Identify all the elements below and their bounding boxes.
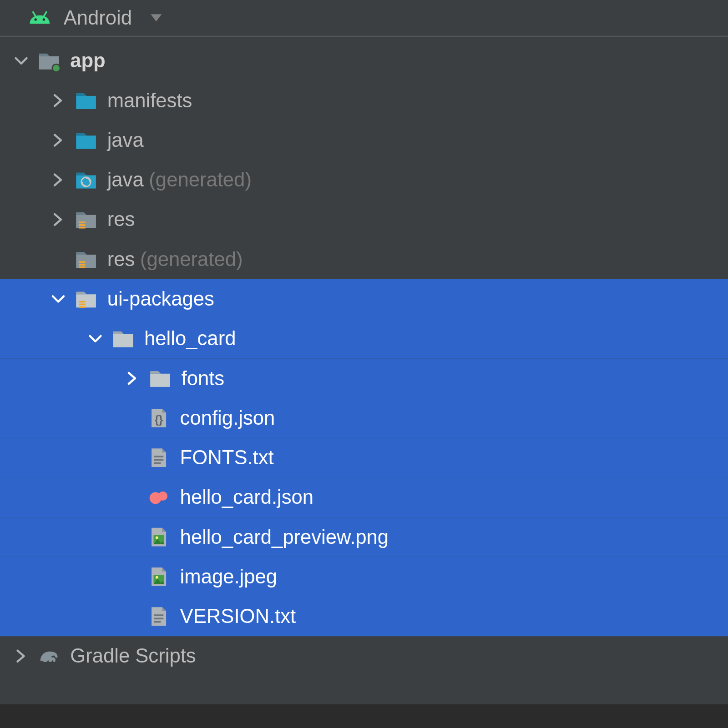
tree-node-label: hello_card: [144, 327, 236, 350]
tree-node-ui-packages[interactable]: ui-packages: [0, 279, 728, 319]
tree-node-hint: (generated): [140, 248, 243, 270]
tree-node-hello-card-json[interactable]: hello_card.json: [0, 477, 728, 517]
resource-folder-icon: [73, 286, 99, 312]
tree-node-label: res: [107, 208, 135, 231]
tree-node-label: res: [107, 248, 135, 270]
tree-node-fonts[interactable]: fonts: [0, 358, 728, 398]
tree-node-hello-card-preview[interactable]: hello_card_preview.png: [0, 517, 728, 557]
text-file-icon: [146, 603, 172, 630]
chevron-right-icon[interactable]: [49, 171, 68, 189]
tree-node-label: ui-packages: [107, 288, 214, 310]
chevron-right-icon[interactable]: [49, 131, 68, 150]
relay-json-icon: [146, 484, 172, 511]
project-tool-window: Android app manifests java java: [0, 0, 728, 704]
tree-node-label: image.jpeg: [180, 566, 277, 588]
dropdown-icon[interactable]: [149, 10, 164, 25]
tree-node-label: VERSION.txt: [180, 605, 296, 628]
chevron-down-icon[interactable]: [12, 51, 30, 70]
project-view-header[interactable]: Android: [0, 0, 728, 37]
tree-node-label: java: [107, 129, 144, 151]
tree-node-fonts-txt[interactable]: FONTS.txt: [0, 438, 728, 477]
folder-icon: [73, 127, 99, 153]
module-folder-icon: [36, 48, 62, 74]
tree-node-hello-card[interactable]: hello_card: [0, 319, 728, 358]
project-tree[interactable]: app manifests java java (generated) res: [0, 37, 728, 704]
tree-node-label: Gradle Scripts: [70, 645, 196, 667]
tree-node-gradle-scripts[interactable]: Gradle Scripts: [0, 636, 728, 676]
tree-node-label: fonts: [182, 367, 225, 389]
project-view-title: Android: [64, 7, 132, 29]
tree-node-label: config.json: [180, 407, 275, 429]
resource-folder-icon: [73, 246, 99, 272]
tree-node-java-generated[interactable]: java (generated): [0, 160, 728, 200]
chevron-down-icon[interactable]: [49, 290, 68, 308]
tree-node-label: app: [70, 50, 106, 72]
tree-node-java[interactable]: java: [0, 120, 728, 160]
gradle-icon: [36, 643, 62, 669]
chevron-right-icon[interactable]: [49, 91, 68, 110]
tree-node-hint: (generated): [149, 169, 252, 191]
folder-icon: [73, 87, 99, 114]
tree-node-res[interactable]: res: [0, 200, 728, 239]
tree-node-label: hello_card.json: [180, 486, 314, 508]
tree-node-version-txt[interactable]: VERSION.txt: [0, 597, 728, 636]
image-file-icon: [146, 563, 172, 590]
text-file-icon: [146, 444, 172, 471]
image-file-icon: [146, 524, 172, 550]
generated-folder-icon: [73, 167, 99, 193]
folder-icon: [147, 365, 173, 392]
tree-node-label: manifests: [107, 89, 192, 111]
tree-node-image-jpeg[interactable]: image.jpeg: [0, 557, 728, 597]
tree-node-label: hello_card_preview.png: [180, 526, 389, 548]
tree-node-app[interactable]: app: [0, 41, 728, 80]
tree-node-label: java: [107, 169, 144, 191]
chevron-down-icon[interactable]: [86, 329, 105, 348]
folder-icon: [110, 326, 136, 352]
json-file-icon: [146, 405, 172, 431]
chevron-right-icon[interactable]: [12, 647, 30, 666]
android-icon: [26, 9, 53, 27]
chevron-right-icon[interactable]: [49, 211, 68, 229]
tree-node-manifests[interactable]: manifests: [0, 80, 728, 120]
resource-folder-icon: [73, 206, 99, 233]
chevron-right-icon[interactable]: [123, 369, 142, 388]
tree-node-label: FONTS.txt: [180, 447, 274, 469]
tree-node-config-json[interactable]: config.json: [0, 398, 728, 438]
tree-node-res-generated[interactable]: res (generated): [0, 240, 728, 279]
